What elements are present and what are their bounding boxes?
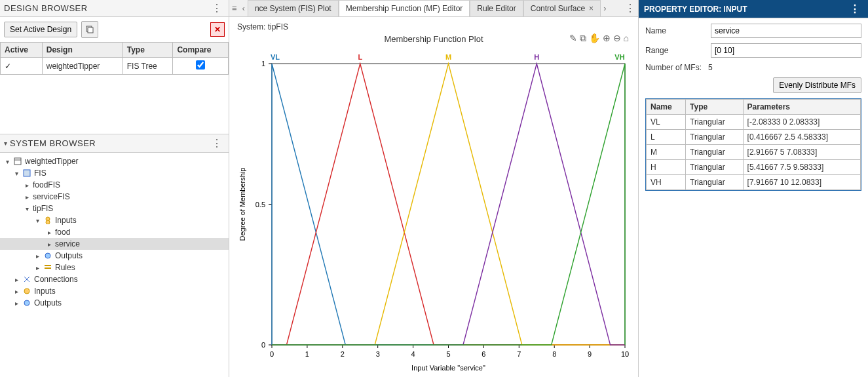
tree-service[interactable]: ▸ service bbox=[0, 238, 229, 250]
table-row[interactable]: VHTriangular[7.91667 10 12.0833] bbox=[647, 175, 861, 190]
tree-icon bbox=[13, 157, 22, 166]
svg-text:VL: VL bbox=[271, 53, 280, 61]
pan-icon[interactable]: ✋ bbox=[589, 33, 600, 44]
export-icon[interactable]: ⧉ bbox=[580, 33, 586, 44]
tree-label: weightedTipper bbox=[25, 157, 79, 166]
tree-label: Rules bbox=[55, 263, 75, 272]
num-mf-label: Number of MFs: bbox=[645, 63, 702, 72]
svg-text:1: 1 bbox=[305, 350, 309, 358]
tree-food[interactable]: ▸ food bbox=[0, 226, 229, 238]
evenly-distribute-button[interactable]: Evenly Distribute MFs bbox=[773, 77, 861, 93]
close-tab-icon[interactable]: × bbox=[589, 4, 594, 13]
tab-control-surface[interactable]: Control Surface× bbox=[523, 0, 601, 16]
svg-text:L: L bbox=[358, 53, 362, 61]
tree-inputs2[interactable]: ▸ Inputs bbox=[0, 285, 229, 297]
svg-rect-4 bbox=[24, 170, 30, 176]
expand-icon: ▸ bbox=[13, 276, 20, 283]
system-browser-title: SYSTEM BROWSER bbox=[10, 138, 96, 148]
delete-design-icon[interactable]: ✕ bbox=[210, 22, 225, 37]
tab-list-icon[interactable]: ≡ bbox=[229, 3, 240, 13]
tree-outputs2[interactable]: ▸ Outputs bbox=[0, 297, 229, 309]
expand-icon: ▸ bbox=[24, 193, 30, 201]
tree-label: Outputs bbox=[34, 298, 62, 308]
property-editor-menu-icon[interactable]: ⋮ bbox=[847, 3, 863, 15]
tree-tipfis[interactable]: ▾ tipFIS bbox=[0, 203, 229, 214]
tree-label: Connections bbox=[34, 275, 78, 284]
svg-text:M: M bbox=[445, 53, 451, 61]
brush-icon[interactable]: ✎ bbox=[569, 33, 577, 44]
col-mf-name: Name bbox=[647, 100, 686, 115]
num-mf-value: 5 bbox=[708, 63, 713, 72]
svg-point-6 bbox=[46, 220, 50, 224]
svg-text:VH: VH bbox=[614, 53, 624, 61]
tab-prev-icon[interactable]: ‹ bbox=[240, 3, 248, 13]
svg-rect-1 bbox=[88, 28, 93, 33]
fis-icon bbox=[22, 169, 31, 178]
system-tree: ▾ weightedTipper ▾ FIS ▸ foodFIS ▸ servi… bbox=[0, 153, 229, 377]
svg-text:9: 9 bbox=[588, 350, 592, 358]
system-label: System: tipFIS bbox=[236, 21, 632, 34]
property-editor-title: PROPERTY EDITOR: INPUT bbox=[644, 5, 747, 14]
svg-text:3: 3 bbox=[376, 350, 380, 358]
zoom-out-icon[interactable]: ⊖ bbox=[613, 33, 621, 44]
table-row[interactable]: VLTriangular[-2.08333 0 2.08333] bbox=[647, 115, 861, 130]
name-label: Name bbox=[645, 26, 704, 35]
name-field[interactable] bbox=[711, 24, 861, 38]
tree-foodfis[interactable]: ▸ foodFIS bbox=[0, 179, 229, 191]
inputs-icon bbox=[22, 287, 31, 296]
svg-text:Input Variable "service": Input Variable "service" bbox=[411, 364, 485, 372]
expand-icon: ▸ bbox=[24, 182, 30, 189]
home-icon[interactable]: ⌂ bbox=[624, 33, 629, 44]
expand-icon: ▸ bbox=[34, 252, 41, 260]
expand-icon: ▸ bbox=[13, 300, 20, 307]
table-row[interactable]: MTriangular[2.91667 5 7.08333] bbox=[647, 145, 861, 160]
system-browser-header[interactable]: ▾ SYSTEM BROWSER ⋮ bbox=[0, 134, 229, 153]
design-table: Active Design Type Compare ✓ weightedTip… bbox=[0, 42, 229, 75]
svg-point-10 bbox=[24, 288, 29, 294]
table-row[interactable]: ✓ weightedTipper FIS Tree bbox=[1, 58, 229, 75]
expand-icon: ▸ bbox=[46, 241, 52, 248]
copy-icon[interactable] bbox=[81, 21, 98, 38]
tree-inputs[interactable]: ▾ Inputs bbox=[0, 214, 229, 226]
tree-connections[interactable]: ▸ Connections bbox=[0, 273, 229, 285]
tab-rule-editor[interactable]: Rule Editor bbox=[470, 0, 523, 16]
connections-icon bbox=[22, 275, 31, 284]
tab-next-icon[interactable]: › bbox=[601, 3, 609, 13]
tree-servicefis[interactable]: ▸ serviceFIS bbox=[0, 191, 229, 203]
design-browser-menu-icon[interactable]: ⋮ bbox=[209, 2, 225, 14]
range-label: Range bbox=[645, 46, 704, 55]
tree-label: Inputs bbox=[34, 287, 56, 296]
mf-plot[interactable]: 01234567891000.51Input Variable "service… bbox=[236, 44, 632, 374]
inputs-icon bbox=[43, 216, 52, 225]
system-browser-menu-icon[interactable]: ⋮ bbox=[209, 137, 225, 149]
cell-design: weightedTipper bbox=[42, 58, 123, 75]
table-row[interactable]: HTriangular[5.41667 7.5 9.58333] bbox=[647, 160, 861, 175]
design-browser-header: DESIGN BROWSER ⋮ bbox=[0, 0, 229, 17]
tree-fis[interactable]: ▾ FIS bbox=[0, 167, 229, 179]
svg-rect-12 bbox=[272, 64, 625, 345]
set-active-design-button[interactable]: Set Active Design bbox=[4, 22, 77, 37]
tree-label: Outputs bbox=[55, 251, 83, 260]
expand-icon: ▾ bbox=[34, 217, 41, 224]
tab-mf-editor[interactable]: Membership Function (MF) Editor bbox=[339, 0, 470, 16]
tree-label: tipFIS bbox=[33, 204, 53, 213]
table-row[interactable]: LTriangular[0.416667 2.5 4.58333] bbox=[647, 130, 861, 145]
mf-table: Name Type Parameters VLTriangular[-2.083… bbox=[645, 98, 861, 191]
tree-outputs[interactable]: ▸ Outputs bbox=[0, 250, 229, 262]
col-compare: Compare bbox=[173, 43, 229, 58]
tree-rules[interactable]: ▸ Rules bbox=[0, 262, 229, 273]
tree-root[interactable]: ▾ weightedTipper bbox=[0, 155, 229, 167]
tree-label: service bbox=[55, 239, 80, 248]
compare-checkbox[interactable] bbox=[196, 60, 205, 69]
property-editor-body: Name Range Number of MFs: 5 Evenly Distr… bbox=[639, 18, 868, 196]
col-type: Type bbox=[123, 43, 173, 58]
tab-fis-plot[interactable]: nce System (FIS) Plot bbox=[248, 0, 339, 16]
tree-label: serviceFIS bbox=[33, 192, 70, 201]
range-field[interactable] bbox=[711, 43, 861, 58]
zoom-in-icon[interactable]: ⊕ bbox=[603, 33, 611, 44]
tabs-menu-icon[interactable]: ⋮ bbox=[622, 2, 638, 14]
col-mf-params: Parameters bbox=[743, 100, 860, 115]
tree-label: FIS bbox=[34, 169, 47, 178]
svg-text:1: 1 bbox=[261, 60, 265, 68]
plot-area: System: tipFIS Membership Function Plot … bbox=[229, 17, 638, 377]
